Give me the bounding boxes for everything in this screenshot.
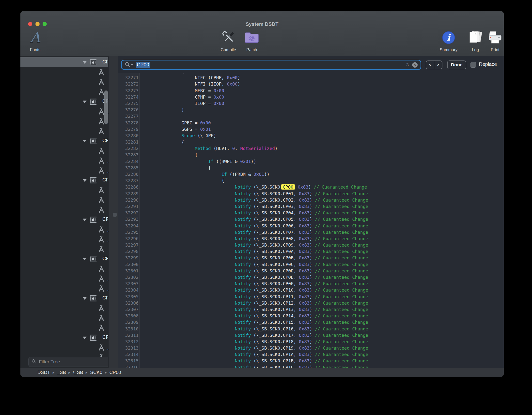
toolbar-label: Summary [434, 47, 463, 52]
desktop: System DSDT A Fonts [0, 0, 532, 415]
tree-item-cp07[interactable]: CP07 [20, 333, 108, 342]
code-line: If ((PRBM & 0x01)) [144, 172, 368, 178]
disclosure-triangle-icon[interactable] [83, 61, 87, 64]
tree-item-child[interactable]: _S… [20, 156, 108, 165]
app-window: System DSDT A Fonts [20, 11, 504, 377]
splitter-handle-icon[interactable] [113, 213, 117, 217]
tree-item-label: CP06 [102, 295, 108, 301]
toolbar-label: Fonts [20, 47, 50, 52]
tree-item-child[interactable]: _S… [20, 234, 108, 244]
search-menu-chevron-icon[interactable] [131, 64, 133, 66]
sidebar-scrollbar[interactable] [104, 90, 108, 124]
code-line: Notify (\_SB.SCK0.CP08, 0x83) // Guarant… [144, 236, 368, 242]
toolbar-item-summary[interactable]: i Summary [434, 29, 463, 52]
toolbar-item-fonts[interactable]: A Fonts [20, 29, 50, 52]
tree-item-child[interactable]: _… [20, 244, 108, 254]
info-icon: i [434, 29, 463, 46]
method-icon [98, 285, 105, 293]
tree-item-child[interactable]: _S… [20, 77, 108, 87]
code-line: Notify (\_SB.SCK0.CP0E, 0x83) // Guarant… [144, 275, 368, 281]
find-previous-button[interactable]: < [426, 61, 434, 69]
find-input[interactable]: CP00 3 ✕ [121, 60, 421, 70]
tree-item-child[interactable]: _… [20, 323, 108, 333]
pane-splitter[interactable] [108, 56, 118, 368]
tree-item-child[interactable]: _P… [20, 224, 108, 234]
tree-item-child[interactable]: _S… [20, 274, 108, 283]
tree-item-child[interactable]: _P… [20, 303, 108, 313]
method-icon [98, 354, 105, 357]
code-line: Notify (\_SB.SCK0.CP0A, 0x83) // Guarant… [144, 249, 368, 255]
filter-tree-input[interactable] [38, 359, 109, 365]
tree-item-label: CP05 [102, 256, 108, 261]
tree-item-child[interactable]: _… [20, 205, 108, 215]
disclosure-triangle-icon[interactable] [83, 297, 87, 300]
breadcrumb-item[interactable]: CP00 [109, 370, 121, 375]
tree-item-cp01[interactable]: CP01 [20, 97, 108, 106]
method-icon [98, 265, 105, 273]
tree-item-child[interactable]: _S… [20, 313, 108, 323]
code-line: Notify (\_SB.SCK0.CP14, 0x83) // Guarant… [144, 313, 368, 320]
patch-icon [237, 29, 266, 46]
code-line: If ((HWPI & 0x01)) [144, 159, 368, 165]
tree-item-child[interactable]: _P… [20, 106, 108, 116]
find-highlight: CP00 [281, 184, 295, 190]
find-next-button[interactable]: > [434, 61, 442, 69]
tree-item-child[interactable]: _P… [20, 264, 108, 274]
breadcrumb-separator-icon: ▶ [68, 371, 70, 374]
disclosure-triangle-icon[interactable] [83, 140, 87, 142]
method-icon [98, 275, 105, 283]
disclosure-triangle-icon[interactable] [83, 101, 87, 103]
code-line: NTFC (CPHP, 0x00) [144, 75, 368, 81]
method-icon [98, 344, 105, 352]
tree-item-cp06[interactable]: CP06 [20, 293, 108, 303]
code-line: Notify (\_SB.SCK0.CP1C, 0x83) // Guarant… [144, 365, 368, 368]
breadcrumb-item[interactable]: \_SB [73, 370, 83, 375]
tree-item-child[interactable]: _S… [20, 352, 108, 357]
code-line: Notify (\_SB.SCK0.CP16, 0x83) // Guarant… [144, 326, 368, 333]
tree-item-child[interactable]: _… [20, 283, 108, 293]
tree-item-child[interactable]: _P… [20, 342, 108, 352]
toolbar-item-patch[interactable]: Patch [237, 29, 266, 52]
tree-item-child[interactable]: _S… [20, 195, 108, 205]
disclosure-triangle-icon[interactable] [83, 258, 87, 260]
method-icon [98, 167, 105, 175]
code-line: Notify (\_SB.SCK0.CP17, 0x83) // Guarant… [144, 333, 368, 339]
tree-item-cp03[interactable]: CP03 [20, 175, 108, 185]
disclosure-triangle-icon[interactable] [83, 179, 87, 182]
disclosure-triangle-icon[interactable] [83, 219, 87, 221]
tree-item-child[interactable]: _… [20, 126, 108, 136]
breadcrumb-item[interactable]: _SB [57, 370, 66, 375]
code-line: Notify (\_SB.SCK0.CP0D, 0x83) // Guarant… [144, 268, 368, 275]
tree-item-cp05[interactable]: CP05 [20, 254, 108, 264]
code-line: Notify (\_SB.SCK0.CP15, 0x83) // Guarant… [144, 320, 368, 326]
breadcrumb-separator-icon: ▶ [86, 371, 88, 374]
tree-item-child[interactable]: _… [20, 87, 108, 97]
filter-tree-field[interactable] [28, 357, 110, 367]
method-icon [98, 157, 105, 165]
clear-search-icon[interactable]: ✕ [412, 62, 418, 68]
toolbar-item-print[interactable]: Print [480, 29, 504, 52]
code-line: Notify (\_SB.SCK0.CP1A, 0x83) // Guarant… [144, 352, 368, 358]
breadcrumb-item[interactable]: SCK0 [90, 370, 102, 375]
tree-item-child[interactable]: _S… [20, 116, 108, 126]
code-line: Notify (\_SB.SCK0.CP06, 0x83) // Guarant… [144, 223, 368, 230]
tree-item-cp02[interactable]: CP02 [20, 136, 108, 146]
replace-checkbox[interactable] [470, 62, 476, 68]
breadcrumb-item[interactable]: DSDT [37, 370, 50, 375]
tree-item-cp04[interactable]: CP04 [20, 215, 108, 224]
scope-icon [89, 216, 97, 224]
scope-icon [89, 138, 97, 145]
code-line: } [144, 107, 368, 114]
tree-item-child[interactable]: _P… [20, 67, 108, 77]
tree-item-child[interactable]: _P… [20, 146, 108, 156]
titlebar: System DSDT A Fonts [20, 11, 504, 56]
disclosure-triangle-icon[interactable] [83, 337, 87, 339]
done-button[interactable]: Done [447, 60, 466, 69]
tree-item-child[interactable]: _P… [20, 185, 108, 195]
tree-item-child[interactable]: _… [20, 165, 108, 175]
code-editor[interactable]: 3227032271322723227332274322753227632277… [118, 73, 504, 368]
method-icon [98, 324, 105, 332]
scope-icon [89, 59, 97, 67]
method-icon [98, 236, 105, 244]
tree-item-cp00[interactable]: CP00 [20, 57, 108, 67]
